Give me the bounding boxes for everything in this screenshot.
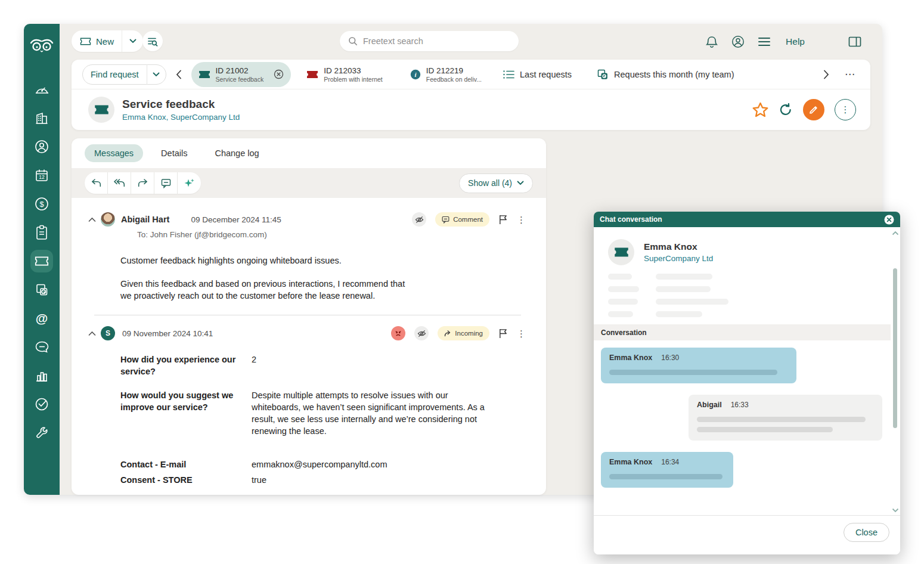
find-request-button[interactable]: Find request (83, 70, 147, 79)
close-tab-button[interactable] (274, 69, 284, 79)
eye-off-icon (417, 330, 426, 337)
flag-icon[interactable] (498, 329, 508, 339)
message-body: Customer feedback highlights ongoing whi… (120, 255, 414, 302)
sidebar-item-finance[interactable]: $ (30, 193, 53, 215)
field-label: Consent - STORE (120, 474, 250, 486)
ticket-icon (199, 70, 210, 79)
tabs-scroll-right-button[interactable] (823, 70, 829, 79)
request-contact-link[interactable]: Emma Knox, SuperCompany Ltd (122, 113, 240, 122)
message-type-badge: Comment (435, 212, 489, 227)
message-menu-button[interactable]: ⋮ (517, 329, 526, 338)
panel-toggle-button[interactable] (842, 30, 868, 54)
tab-request-212033[interactable]: ID 212033 Problem with internet (299, 62, 390, 87)
sidebar-item-requests[interactable] (30, 250, 53, 272)
internal-visibility-button[interactable] (412, 212, 426, 227)
clipboard-icon (35, 225, 49, 240)
chat-close-footer-button[interactable]: Close (844, 523, 889, 542)
new-dropdown-button[interactable] (122, 30, 143, 52)
redacted-message-text (609, 474, 723, 479)
ticket-icon-red (306, 70, 318, 79)
collapse-message-button[interactable] (88, 217, 96, 222)
tab-last-requests[interactable]: Last requests (495, 62, 580, 87)
find-request-button-group: Find request (82, 64, 166, 85)
chat-scrollbar[interactable] (891, 230, 900, 513)
message-menu-button[interactable]: ⋮ (517, 215, 526, 224)
main-menu-button[interactable] (751, 30, 777, 54)
tabs-more-button[interactable]: ⋯ (839, 68, 861, 80)
report-squares-icon (597, 69, 609, 80)
tab-request-212219[interactable]: i ID 212219 Feedback on deliv... (403, 62, 489, 87)
sidebar-item-settings[interactable] (30, 422, 53, 444)
chat-close-button[interactable] (884, 215, 894, 225)
refresh-icon[interactable] (779, 103, 793, 117)
sidebar-item-calendar[interactable]: 12 (30, 164, 53, 187)
sidebar-item-companies[interactable] (30, 107, 53, 129)
sidebar-item-email[interactable]: @ (30, 307, 53, 330)
internal-visibility-button[interactable] (414, 326, 429, 340)
sidebar-item-statistics[interactable] (30, 364, 53, 387)
collapse-message-button[interactable] (88, 331, 96, 336)
comment-icon (161, 178, 171, 188)
contact-details-skeleton (608, 274, 900, 317)
sidebar-item-views[interactable] (30, 278, 53, 301)
filter-search-button[interactable] (142, 31, 163, 51)
close-icon (884, 215, 894, 225)
bubble-time: 16:33 (731, 401, 749, 409)
scroll-down-icon[interactable] (892, 508, 899, 513)
tab-change-log[interactable]: Change log (205, 144, 268, 162)
bubble-author: Emma Knox (609, 458, 652, 466)
notifications-button[interactable] (699, 30, 725, 54)
new-request-button[interactable]: New (72, 36, 122, 47)
new-button-label: New (96, 36, 114, 47)
request-more-menu-button[interactable]: ⋮ (835, 99, 856, 120)
help-link[interactable]: Help (786, 36, 805, 47)
tab-details[interactable]: Details (151, 144, 197, 162)
message-action-group (85, 172, 201, 194)
reply-button[interactable] (85, 172, 108, 194)
sidebar-item-contacts[interactable] (30, 135, 53, 158)
sidebar-item-tasks[interactable] (30, 221, 53, 244)
angry-face-icon (394, 329, 402, 337)
reply-icon (91, 178, 102, 188)
favorite-star-icon[interactable] (752, 102, 768, 117)
tab-messages[interactable]: Messages (85, 144, 143, 162)
find-request-dropdown[interactable] (147, 64, 166, 85)
tab-requests-this-month[interactable]: Requests this month (my team) (588, 62, 742, 87)
tab-request-21002[interactable]: ID 21002 Service feedback (191, 62, 292, 87)
sidebar-item-dashboard[interactable] (30, 78, 53, 101)
add-comment-button[interactable] (154, 172, 178, 194)
message-timestamp: 09 November 2024 10:41 (122, 329, 213, 338)
new-request-button-group: New (72, 30, 143, 52)
edit-request-button[interactable] (803, 99, 824, 120)
tab-title: Requests this month (my team) (614, 70, 734, 79)
reply-all-button[interactable] (108, 172, 131, 194)
account-icon (731, 35, 745, 49)
scroll-up-icon[interactable] (892, 231, 899, 235)
panel-toggle-icon (848, 36, 861, 47)
search-input[interactable] (363, 36, 510, 46)
forward-button[interactable] (131, 172, 154, 194)
field-label: How did you experience our service? (120, 354, 250, 377)
topbar-right: Help (699, 24, 868, 60)
request-title: Service feedback (122, 98, 240, 111)
ai-assist-button[interactable] (178, 172, 201, 194)
account-button[interactable] (725, 30, 751, 54)
bubble-author: Emma Knox (609, 354, 652, 362)
show-all-dropdown[interactable]: Show all (4) (459, 173, 533, 193)
ticket-icon (80, 37, 91, 46)
owl-logo (30, 37, 54, 58)
negative-sentiment-indicator (391, 326, 405, 340)
person-circle-icon (34, 139, 49, 154)
scrollbar-thumb[interactable] (893, 268, 897, 428)
chat-dialog-footer: Close (594, 515, 900, 554)
sidebar-item-chat[interactable] (30, 336, 53, 358)
tabs-scroll-left-button[interactable] (176, 70, 182, 79)
dollar-circle-icon: $ (34, 196, 49, 212)
comment-badge-icon (442, 216, 449, 224)
list-icon (503, 70, 514, 79)
chat-dialog-header[interactable]: Chat conversation (594, 212, 900, 227)
message-paragraph: Customer feedback highlights ongoing whi… (120, 255, 414, 266)
chat-contact-company[interactable]: SuperCompany Ltd (644, 254, 713, 263)
sidebar-item-goals[interactable] (30, 393, 53, 416)
flag-icon[interactable] (498, 215, 508, 225)
